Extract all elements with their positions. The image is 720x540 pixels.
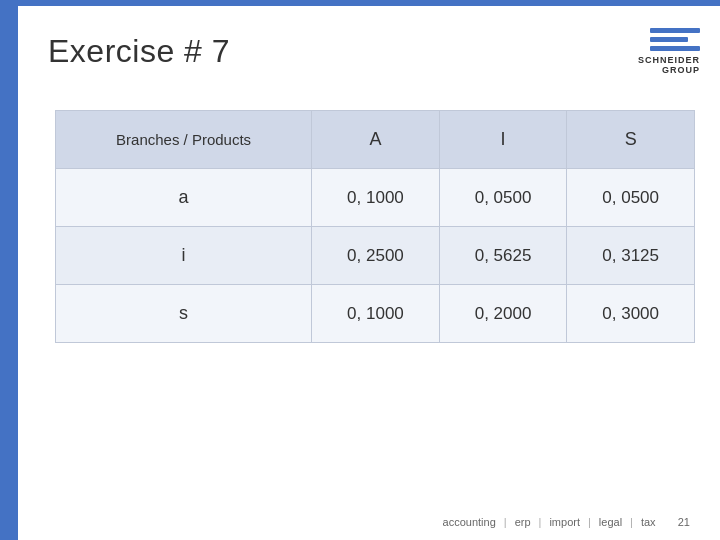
matrix-table: Branches / Products A I S a0, 10000, 050…: [55, 110, 695, 343]
footer-erp: erp: [515, 516, 531, 528]
logo-graphic: [650, 28, 700, 51]
col-header-s: S: [567, 111, 695, 169]
table-row: s0, 10000, 20000, 3000: [56, 285, 695, 343]
footer: accounting | erp | import | legal | tax …: [443, 516, 690, 528]
col-header-i: I: [439, 111, 567, 169]
table-header-row: Branches / Products A I S: [56, 111, 695, 169]
footer-page-sep: [664, 516, 670, 528]
cell-0-0: a: [56, 169, 312, 227]
table-row: a0, 10000, 05000, 0500: [56, 169, 695, 227]
footer-sep-3: |: [588, 516, 591, 528]
cell-0-1: 0, 1000: [312, 169, 440, 227]
page-number: 21: [678, 516, 690, 528]
left-accent-bar: [0, 0, 18, 540]
cell-0-2: 0, 0500: [439, 169, 567, 227]
footer-accounting: accounting: [443, 516, 496, 528]
logo-line-2: [650, 37, 688, 42]
footer-legal: legal: [599, 516, 622, 528]
footer-tax: tax: [641, 516, 656, 528]
cell-2-0: s: [56, 285, 312, 343]
col-header-branches: Branches / Products: [56, 111, 312, 169]
logo-line-3: [650, 46, 700, 51]
logo: SCHNEIDER GROUP: [638, 28, 700, 75]
header: Exercise # 7 SCHNEIDER GROUP: [18, 6, 720, 96]
cell-1-1: 0, 2500: [312, 227, 440, 285]
footer-sep-2: |: [539, 516, 542, 528]
logo-text: SCHNEIDER GROUP: [638, 55, 700, 75]
cell-2-1: 0, 1000: [312, 285, 440, 343]
logo-line-1: [650, 28, 700, 33]
cell-2-2: 0, 2000: [439, 285, 567, 343]
data-table: Branches / Products A I S a0, 10000, 050…: [55, 110, 695, 470]
cell-1-3: 0, 3125: [567, 227, 695, 285]
cell-0-3: 0, 0500: [567, 169, 695, 227]
table-row: i0, 25000, 56250, 3125: [56, 227, 695, 285]
footer-sep-4: |: [630, 516, 633, 528]
cell-1-2: 0, 5625: [439, 227, 567, 285]
footer-import: import: [549, 516, 580, 528]
page-title: Exercise # 7: [48, 33, 230, 70]
cell-1-0: i: [56, 227, 312, 285]
cell-2-3: 0, 3000: [567, 285, 695, 343]
col-header-a: A: [312, 111, 440, 169]
footer-sep-1: |: [504, 516, 507, 528]
